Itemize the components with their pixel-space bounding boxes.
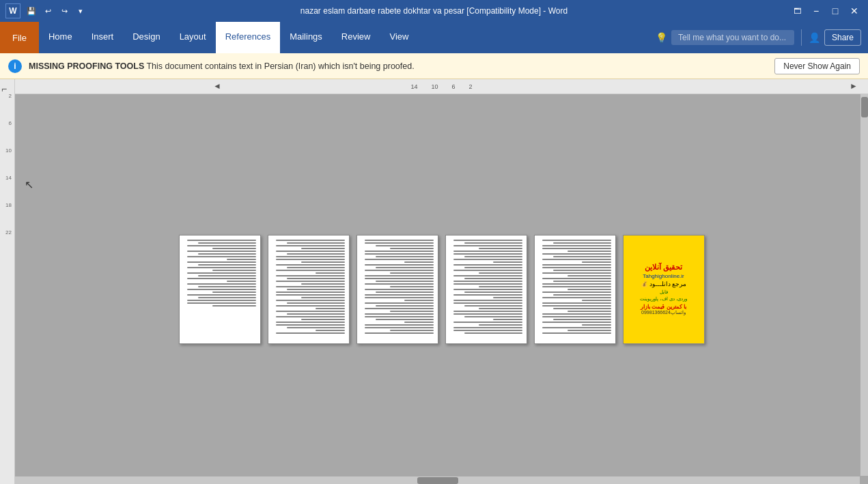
customize-quick-access-button[interactable]: ▾ — [74, 4, 87, 18]
tab-file[interactable]: File — [0, 22, 39, 53]
page-thumbnail-2 — [268, 235, 350, 344]
never-show-again-button[interactable]: Never Show Again — [774, 58, 860, 74]
horizontal-scrollbar[interactable] — [15, 476, 860, 484]
info-icon: i — [8, 59, 22, 73]
tab-review[interactable]: Review — [332, 22, 380, 53]
page3-content — [357, 236, 438, 338]
share-button[interactable]: Share — [824, 29, 861, 46]
tab-mailings[interactable]: Mailings — [280, 22, 332, 53]
ruler-mark-2: 2 — [9, 93, 12, 99]
ruler-mark-22: 22 — [5, 229, 12, 236]
ruler-right-arrow: ► — [850, 81, 858, 91]
tab-home[interactable]: Home — [39, 22, 82, 53]
page-thumbnail-6-ad: تحقیق آنلاین Tahghighonline.ir 💰 مرجع دا… — [623, 235, 705, 344]
ruler-numbers: 14 10 6 2 — [410, 83, 472, 90]
notification-message: This document contains text in Persian (… — [146, 61, 414, 71]
ad-line4: با کمترین قیمت بازار — [641, 304, 686, 310]
title-bar-left: W 💾 ↩ ↪ ▾ — [5, 3, 87, 18]
document-title: nazar eslam darbare rabete dokhtar va pe… — [300, 6, 568, 16]
ruler-mark-6: 6 — [9, 120, 12, 126]
save-button[interactable]: 💾 — [25, 4, 38, 18]
ad-line2: فایل — [660, 289, 668, 295]
ad-site: Tahghighonline.ir — [643, 273, 684, 279]
notification-bar: i MISSING PROOFING TOOLS This document c… — [0, 53, 868, 79]
user-icon: 👤 — [809, 32, 820, 43]
ad-phone: واتساپ09981366624 — [641, 310, 686, 315]
undo-button[interactable]: ↩ — [41, 4, 55, 18]
left-ruler: 2 6 10 14 18 22 ⌐ — [0, 79, 15, 484]
page-thumbnail-1 — [179, 235, 261, 344]
document-area: 14 10 6 2 ◄ ► — [15, 79, 868, 484]
page-thumbnail-4 — [445, 235, 527, 344]
restore-button[interactable]: 🗔 — [789, 3, 805, 19]
ruler-mark-14: 14 — [5, 175, 12, 181]
page1-content — [180, 236, 260, 311]
ribbon: File Home Insert Design Layout Reference… — [0, 22, 868, 53]
ruler-num-14: 14 — [410, 83, 417, 90]
page2-content — [268, 236, 349, 338]
ad-line1: 💰 مرجع دانلـــود — [641, 281, 687, 287]
redo-button[interactable]: ↪ — [57, 4, 71, 18]
word-icon: W — [5, 3, 20, 18]
ad-title: تحقیق آنلاین — [645, 263, 682, 272]
minimize-button[interactable]: − — [808, 3, 824, 19]
title-bar: W 💾 ↩ ↪ ▾ nazar eslam darbare rabete dok… — [0, 0, 868, 22]
maximize-button[interactable]: □ — [827, 3, 843, 19]
close-button[interactable]: ✕ — [846, 3, 863, 19]
tab-design[interactable]: Design — [123, 22, 169, 53]
tab-insert[interactable]: Insert — [82, 22, 124, 53]
pages-row: تحقیق آنلاین Tahghighonline.ir 💰 مرجع دا… — [179, 235, 705, 344]
tab-layout[interactable]: Layout — [170, 22, 216, 53]
ruler-corner[interactable]: ⌐ — [1, 83, 7, 94]
ruler-mark-10: 10 — [5, 147, 12, 154]
pages-container: تحقیق آنلاین Tahghighonline.ir 💰 مرجع دا… — [15, 94, 868, 484]
tab-view[interactable]: View — [380, 22, 418, 53]
top-ruler: 14 10 6 2 ◄ ► — [15, 79, 868, 94]
ruler-mark-18: 18 — [5, 202, 12, 208]
page5-content — [535, 236, 615, 338]
search-input[interactable] — [671, 30, 794, 45]
window-controls: 🗔 − □ ✕ — [789, 3, 863, 19]
horizontal-scroll-thumb[interactable] — [417, 477, 458, 484]
page-thumbnail-3 — [356, 235, 438, 344]
page-thumbnail-5 — [534, 235, 616, 344]
lightbulb-icon: 💡 — [656, 32, 667, 43]
vertical-scroll-thumb[interactable] — [861, 97, 868, 117]
quick-access-toolbar: 💾 ↩ ↪ ▾ — [25, 4, 87, 18]
ruler-num-6: 6 — [452, 83, 456, 90]
vertical-scrollbar[interactable] — [860, 94, 868, 476]
ribbon-search-area: 💡 👤 Share — [649, 22, 868, 53]
tab-references[interactable]: References — [216, 22, 280, 53]
ad-line3: وردی، دی اف ، پاورپوینت — [640, 296, 688, 302]
ruler-left-arrow: ◄ — [213, 81, 221, 91]
ruler-num-10: 10 — [431, 83, 438, 90]
ruler-num-2: 2 — [469, 83, 473, 90]
main-area: 2 6 10 14 18 22 ⌐ 14 10 6 2 ◄ ► — [0, 79, 868, 484]
page4-content — [446, 236, 527, 338]
notification-title: MISSING PROOFING TOOLS — [29, 61, 144, 71]
notification-text: MISSING PROOFING TOOLS This document con… — [29, 61, 768, 71]
